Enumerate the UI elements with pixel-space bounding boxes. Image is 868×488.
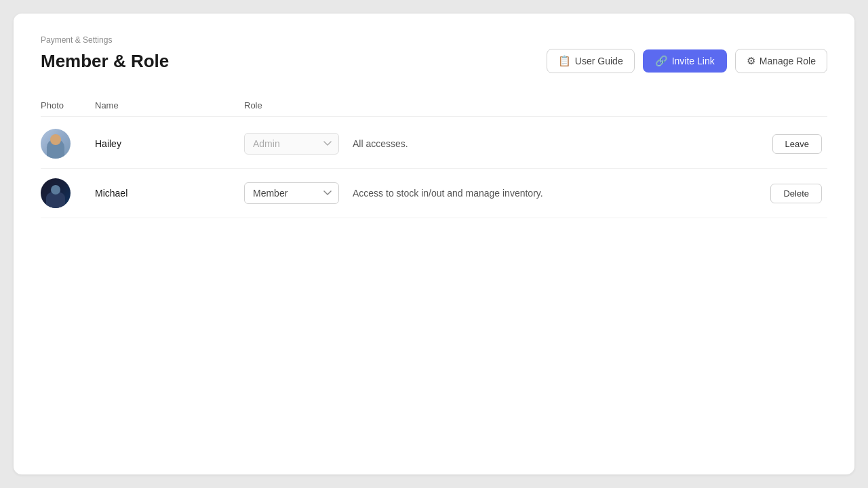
col-access: [353, 100, 746, 110]
delete-button[interactable]: Delete: [770, 184, 822, 203]
role-select-hailey[interactable]: Admin Member Viewer: [244, 133, 339, 155]
link-icon: 🔗: [655, 55, 668, 67]
table-row: Michael Admin Member Viewer Access to st…: [41, 169, 827, 218]
avatar: [41, 178, 71, 208]
access-text-michael: Access to stock in/out and manage invent…: [353, 188, 746, 199]
invite-link-button[interactable]: 🔗 Invite Link: [643, 49, 727, 73]
member-name: Michael: [95, 188, 244, 199]
access-text-hailey: All accesses.: [353, 138, 746, 149]
user-guide-label: User Guide: [575, 56, 623, 66]
member-name: Hailey: [95, 138, 244, 149]
user-guide-button[interactable]: 📋 User Guide: [547, 49, 635, 73]
page-title: Member & Role: [41, 51, 169, 72]
table-row: Hailey Admin Member Viewer All accesses.…: [41, 119, 827, 169]
avatar: [41, 129, 71, 159]
leave-button[interactable]: Leave: [772, 134, 822, 154]
header-actions: 📋 User Guide 🔗 Invite Link ⚙ Manage Role: [547, 49, 827, 73]
breadcrumb: Payment & Settings: [41, 35, 827, 45]
table-header: Photo Name Role: [41, 95, 827, 117]
col-action: [746, 100, 827, 110]
col-name: Name: [95, 100, 244, 110]
gear-icon: ⚙: [747, 55, 755, 67]
page-header: Member & Role 📋 User Guide 🔗 Invite Link…: [41, 49, 827, 73]
manage-role-button[interactable]: ⚙ Manage Role: [735, 49, 827, 73]
manage-role-label: Manage Role: [760, 56, 816, 66]
role-select-michael[interactable]: Admin Member Viewer: [244, 182, 339, 204]
invite-link-label: Invite Link: [672, 56, 715, 66]
col-role: Role: [244, 100, 353, 110]
main-card: Payment & Settings Member & Role 📋 User …: [14, 14, 854, 474]
col-photo: Photo: [41, 100, 95, 110]
guide-icon: 📋: [558, 55, 571, 67]
